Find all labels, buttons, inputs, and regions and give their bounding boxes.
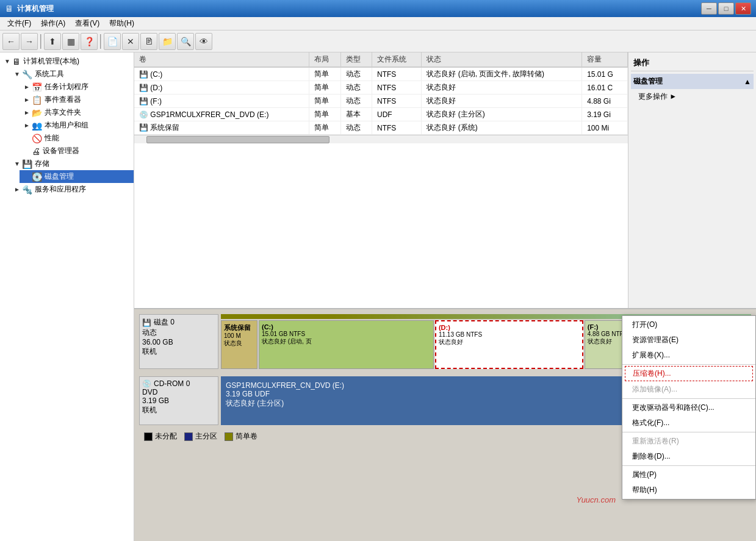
- toolbar-new[interactable]: 📄: [104, 33, 121, 50]
- disk0-label: 💾 磁盘 0 动态 36.00 GB 联机: [139, 314, 218, 369]
- disk-mgmt-toggle[interactable]: [22, 173, 32, 180]
- dev-label: 设备管理器: [43, 146, 79, 156]
- task-sched-toggle[interactable]: ►: [22, 84, 32, 90]
- toolbar-back[interactable]: ←: [2, 33, 20, 50]
- toolbar-search[interactable]: 🔍: [177, 33, 194, 50]
- disk0-size: 36.00 GB: [142, 338, 215, 346]
- vol-icon: 💾: [139, 70, 150, 79]
- col-vol[interactable]: 卷: [134, 52, 309, 67]
- ctx-item-3[interactable]: 压缩卷(H)...: [625, 366, 753, 381]
- maximize-button[interactable]: □: [718, 2, 734, 15]
- col-fs[interactable]: 文件系统: [372, 52, 422, 67]
- d1-label: (D:): [439, 324, 580, 331]
- menu-file[interactable]: 文件(F): [2, 17, 36, 30]
- menu-view[interactable]: 查看(V): [70, 17, 104, 30]
- ctx-item-9[interactable]: 属性(P): [622, 467, 755, 482]
- scrollbar-thumb[interactable]: [146, 136, 329, 143]
- col-size[interactable]: 容量: [582, 52, 628, 67]
- toolbar: ← → ⬆ ▦ ❓ 📄 ✕ 🖹 📁 🔍 👁: [0, 30, 756, 52]
- ctx-item-2[interactable]: 扩展卷(X)...: [622, 348, 755, 363]
- table-row[interactable]: 💾 (C:)简单动态NTFS状态良好 (启动, 页面文件, 故障转储)15.01…: [134, 67, 628, 81]
- task-sched-label: 任务计划程序: [45, 82, 88, 92]
- table-cell: 100 Mi: [582, 121, 628, 135]
- event-label: 事件查看器: [45, 95, 81, 105]
- sidebar-item-system-tools[interactable]: ▼ 🔧 系统工具: [10, 68, 134, 81]
- sidebar-item-local-users[interactable]: ► 👥 本地用户和组: [20, 119, 134, 132]
- sidebar-item-root[interactable]: ▼ 🖥 计算机管理(本地): [0, 55, 134, 68]
- sidebar-item-event-viewer[interactable]: ► 📋 事件查看器: [20, 93, 134, 106]
- toolbar-forward[interactable]: →: [21, 33, 38, 50]
- disk0-status: 联机: [142, 346, 215, 357]
- right-panel-title: 操作: [631, 55, 754, 71]
- context-menu: 打开(O)资源管理器(E)扩展卷(X)...压缩卷(H)...添加镜像(A)..…: [622, 315, 756, 500]
- shared-toggle[interactable]: ►: [22, 109, 32, 116]
- ctx-item-7: 重新激活卷(R): [622, 434, 755, 449]
- title-bar-buttons: ─ □ ✕: [701, 2, 751, 15]
- ctx-item-8[interactable]: 删除卷(D)...: [622, 449, 755, 464]
- sidebar-item-shared-folders[interactable]: ► 📂 共享文件夹: [20, 106, 134, 119]
- col-type[interactable]: 类型: [340, 52, 372, 67]
- table-row[interactable]: 💾 (F:)简单动态NTFS状态良好4.88 Gi: [134, 95, 628, 108]
- toolbar-help[interactable]: ❓: [81, 33, 98, 50]
- table-row[interactable]: 💾 系统保留简单动态NTFS状态良好 (系统)100 Mi: [134, 121, 628, 135]
- table-cell: 3.19 Gi: [582, 108, 628, 121]
- col-status[interactable]: 状态: [422, 52, 582, 67]
- dev-toggle[interactable]: [22, 148, 32, 154]
- sysreserve-label: 系统保留: [224, 323, 254, 332]
- partition-c[interactable]: (C:) 15.01 GB NTFS 状态良好 (启动, 页: [259, 320, 434, 369]
- storage-toggle[interactable]: ▼: [12, 160, 22, 167]
- table-row[interactable]: 💿 GSP1RMCULXFRER_CN_DVD (E:)简单基本UDF状态良好 …: [134, 108, 628, 121]
- legend-simple-label: 简单卷: [236, 431, 257, 442]
- c-status: 状态良好 (启动, 页: [262, 337, 431, 346]
- watermark: Yuucn.com: [576, 495, 616, 504]
- disk-mgmt-label: 磁盘管理: [45, 171, 74, 182]
- table-cell: NTFS: [372, 67, 422, 81]
- horizontal-scrollbar[interactable]: [134, 135, 628, 143]
- toolbar-delete[interactable]: ✕: [122, 33, 139, 50]
- toolbar-properties[interactable]: 🖹: [140, 33, 157, 50]
- sidebar-item-services[interactable]: ► 🔩 服务和应用程序: [10, 183, 134, 196]
- system-tools-children: ► 📅 任务计划程序 ► 📋 事件查看器 ► 📂 共享文件夹 ► 👥: [10, 81, 134, 157]
- storage-children: 💽 磁盘管理: [10, 170, 134, 183]
- sidebar-item-task-scheduler[interactable]: ► 📅 任务计划程序: [20, 81, 134, 93]
- sidebar: ▼ 🖥 计算机管理(本地) ▼ 🔧 系统工具 ► 📅 任务计划程序 ► 📋: [0, 52, 134, 541]
- table-cell: 动态: [340, 67, 372, 81]
- table-row[interactable]: 💾 (D:)简单动态NTFS状态良好16.01 C: [134, 81, 628, 95]
- system-tools-toggle[interactable]: ▼: [12, 71, 22, 77]
- toolbar-open[interactable]: 📁: [159, 33, 176, 50]
- ctx-item-10[interactable]: 帮助(H): [622, 482, 755, 498]
- partition-d1[interactable]: (D:) 11.13 GB NTFS 状态良好: [435, 320, 583, 369]
- close-button[interactable]: ✕: [735, 2, 751, 15]
- table-cell: 简单: [309, 67, 340, 81]
- event-toggle[interactable]: ►: [22, 96, 32, 103]
- sidebar-item-storage[interactable]: ▼ 💾 存储: [10, 157, 134, 170]
- users-toggle[interactable]: ►: [22, 122, 32, 129]
- sidebar-item-device-manager[interactable]: 🖨 设备管理器: [20, 145, 134, 157]
- ctx-item-6[interactable]: 格式化(F)...: [622, 415, 755, 431]
- table-cell: 状态良好 (启动, 页面文件, 故障转储): [422, 67, 582, 81]
- toolbar-view[interactable]: 👁: [195, 33, 212, 50]
- sidebar-item-performance[interactable]: 🚫 性能: [20, 132, 134, 145]
- minimize-button[interactable]: ─: [701, 2, 717, 15]
- partition-system-reserve[interactable]: 系统保留 100 M 状态良: [221, 320, 257, 369]
- system-tools-label: 系统工具: [35, 69, 64, 79]
- col-layout[interactable]: 布局: [309, 52, 340, 67]
- sidebar-root-label: 计算机管理(本地): [23, 56, 79, 66]
- ctx-item-5[interactable]: 更改驱动器号和路径(C)...: [622, 400, 755, 415]
- toolbar-up[interactable]: ⬆: [44, 33, 61, 50]
- menu-help[interactable]: 帮助(H): [104, 17, 139, 30]
- right-panel-section[interactable]: 磁盘管理 ▲: [631, 74, 754, 89]
- svc-toggle[interactable]: ►: [12, 186, 22, 193]
- perf-toggle[interactable]: [22, 135, 32, 142]
- menu-action[interactable]: 操作(A): [36, 17, 70, 30]
- root-toggle[interactable]: ▼: [2, 58, 12, 65]
- dev-icon: 🖨: [32, 146, 40, 156]
- ctx-item-0[interactable]: 打开(O): [622, 317, 755, 332]
- ctx-item-1[interactable]: 资源管理器(E): [622, 332, 755, 348]
- right-panel-more-actions[interactable]: 更多操作 ►: [631, 90, 754, 103]
- disk0-icon: 💾: [142, 318, 151, 327]
- cdrom0-size: 3.19 GB: [142, 396, 215, 405]
- legend-unalloc-label: 未分配: [155, 431, 177, 442]
- toolbar-show-hide[interactable]: ▦: [62, 33, 79, 50]
- sidebar-item-disk-management[interactable]: 💽 磁盘管理: [20, 170, 134, 183]
